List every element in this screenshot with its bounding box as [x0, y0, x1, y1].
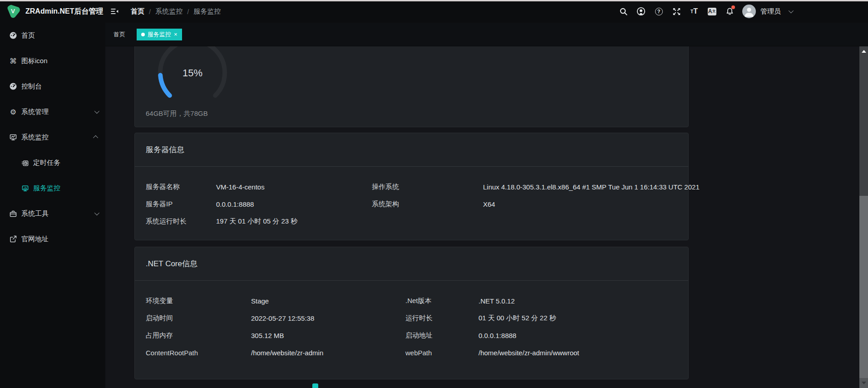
field-value: /home/website/zr-admin/wwwroot — [478, 349, 677, 357]
field-label: 操作系统 — [372, 183, 483, 191]
user-name[interactable]: 管理员 — [760, 7, 781, 16]
chevron-down-icon — [94, 109, 99, 114]
active-tab-dot — [141, 33, 145, 36]
sidebar-item-label: 定时任务 — [33, 159, 60, 167]
field-label: 启动地址 — [405, 331, 478, 340]
header: V ZRAdmin.NET后台管理 首页 / 系统监控 / 服务监控 — [0, 0, 868, 23]
tab-service-monitor[interactable]: 服务监控 × — [137, 29, 182, 40]
table-row: 系统运行时长 197 天 01 小时 05 分 23 秒 — [146, 213, 677, 230]
tab-home[interactable]: 首页 — [109, 29, 130, 40]
dotnet-core-info-card: .NET Core信息 环境变量 Stage .Net版本 .NET 5.0.1… — [134, 247, 689, 379]
field-label: 占用内存 — [146, 331, 251, 340]
language-icon[interactable]: A文 — [707, 6, 717, 16]
sidebar-item-service-monitor[interactable]: 服务监控 — [0, 175, 105, 201]
window-top-edge — [0, 0, 868, 1]
chart-monitor-icon — [21, 184, 29, 192]
close-icon[interactable]: × — [174, 31, 178, 38]
field-value: 0.0.0.1:8888 — [216, 200, 372, 208]
field-label: webPath — [405, 349, 478, 357]
sidebar-item-console[interactable]: 控制台 — [0, 74, 105, 99]
field-label: 启动时间 — [146, 314, 251, 323]
breadcrumb-home[interactable]: 首页 — [131, 7, 144, 16]
main-content: 15% 64GB可用，共78GB 服务器信息 服务器名称 VM-16-4-cen… — [105, 46, 859, 388]
logo-letter: V — [11, 8, 15, 15]
table-row: 启动时间 2022-05-27 12:55:38 运行时长 01 天 00 小时… — [146, 309, 677, 327]
scrollbar-up-arrow[interactable] — [859, 48, 868, 55]
scrollbar-thumb[interactable] — [859, 196, 868, 379]
field-label: 环境变量 — [146, 297, 251, 305]
field-value: 01 天 00 小时 52 分 22 秒 — [478, 314, 677, 323]
sidebar-collapse-icon[interactable] — [110, 7, 119, 16]
field-label: 服务器名称 — [146, 183, 216, 191]
sidebar-item-label: 服务监控 — [33, 184, 60, 193]
card-title: .NET Core信息 — [135, 247, 688, 281]
field-value: X64 — [483, 200, 677, 208]
external-link-icon — [9, 235, 17, 243]
field-value: /home/website/zr-admin — [251, 349, 405, 357]
app-logo-icon: V — [6, 4, 21, 19]
field-value: .NET 5.0.12 — [478, 297, 677, 305]
breadcrumb: 首页 / 系统监控 / 服务监控 — [131, 7, 221, 16]
field-label: .Net版本 — [405, 297, 478, 305]
search-icon[interactable] — [618, 6, 628, 16]
breadcrumb-separator: / — [187, 8, 189, 15]
dashboard-icon — [9, 82, 17, 90]
field-value: Stage — [251, 297, 405, 305]
field-label: 系统运行时长 — [146, 217, 216, 226]
server-info-card: 服务器信息 服务器名称 VM-16-4-centos 操作系统 Linux 4.… — [134, 133, 689, 240]
field-value: 2022-05-27 12:55:38 — [251, 314, 405, 322]
table-row: ContentRootPath /home/website/zr-admin w… — [146, 344, 677, 361]
sidebar: 首页 ⌘ 图标icon 控制台 ⚙ 系统管理 系统监控 — [0, 23, 105, 388]
chevron-down-icon[interactable] — [789, 8, 794, 13]
sidebar-item-label: 系统管理 — [21, 108, 49, 116]
tab-label: 服务监控 — [148, 30, 171, 39]
sidebar-item-system-monitor[interactable]: 系统监控 — [0, 124, 105, 150]
field-label: 服务器IP — [146, 200, 216, 209]
server-info-rows: 服务器名称 VM-16-4-centos 操作系统 Linux 4.18.0-3… — [135, 167, 688, 239]
avatar[interactable] — [742, 5, 756, 18]
command-grid-icon: ⌘ — [9, 57, 17, 65]
field-value: 0.0.0.1:8888 — [478, 332, 677, 339]
field-value: VM-16-4-centos — [216, 183, 372, 191]
notification-badge — [731, 5, 735, 9]
breadcrumb-separator: / — [149, 8, 151, 15]
sidebar-item-label: 官网地址 — [21, 235, 49, 244]
sidebar-item-system-management[interactable]: ⚙ 系统管理 — [0, 99, 105, 124]
monitor-icon — [9, 133, 17, 141]
vertical-scrollbar[interactable] — [859, 46, 868, 388]
field-label: ContentRootPath — [146, 349, 251, 357]
fullscreen-icon[interactable] — [671, 6, 681, 16]
sidebar-item-icons[interactable]: ⌘ 图标icon — [0, 48, 105, 74]
sidebar-item-scheduled-tasks[interactable]: 定时任务 — [0, 150, 105, 175]
sidebar-item-official-site[interactable]: 官网地址 — [0, 226, 105, 252]
breadcrumb-system-monitor: 系统监控 — [155, 7, 182, 16]
sidebar-item-label: 系统工具 — [21, 209, 49, 218]
sidebar-item-label: 首页 — [21, 31, 35, 40]
disk-usage-percent: 15% — [156, 67, 229, 79]
scrollbar-down-arrow[interactable] — [859, 378, 868, 388]
tags-view-bar: 首页 服务监控 × — [105, 23, 868, 46]
sidebar-item-label: 系统监控 — [21, 133, 49, 142]
sidebar-item-system-tools[interactable]: 系统工具 — [0, 201, 105, 226]
dotnet-info-rows: 环境变量 Stage .Net版本 .NET 5.0.12 启动时间 2022-… — [135, 281, 688, 370]
font-size-icon[interactable]: TT — [689, 6, 699, 16]
help-icon[interactable]: ? — [654, 6, 664, 16]
table-row: 服务器名称 VM-16-4-centos 操作系统 Linux 4.18.0-3… — [146, 178, 677, 195]
next-gauge-peek — [312, 383, 318, 388]
header-toolbar: ? TT A文 管理员 — [618, 5, 792, 18]
app-logo-area[interactable]: V ZRAdmin.NET后台管理 — [0, 4, 105, 19]
app-title: ZRAdmin.NET后台管理 — [25, 7, 104, 16]
table-row: 占用内存 305.12 MB 启动地址 0.0.0.1:8888 — [146, 327, 677, 344]
dashboard-icon — [9, 31, 17, 40]
disk-usage-gauge: 15% — [156, 46, 229, 109]
bell-icon[interactable] — [725, 6, 735, 16]
field-label: 运行时长 — [405, 314, 478, 323]
card-title: 服务器信息 — [135, 133, 688, 167]
gear-icon: ⚙ — [9, 108, 17, 116]
sidebar-item-label: 图标icon — [21, 57, 48, 65]
field-value: Linux 4.18.0-305.3.1.el8.x86_64 #1 SMP T… — [483, 183, 700, 191]
sidebar-item-home[interactable]: 首页 — [0, 23, 105, 48]
field-label: 系统架构 — [372, 200, 483, 209]
breadcrumb-service-monitor: 服务监控 — [193, 7, 221, 16]
github-icon[interactable] — [636, 6, 646, 16]
